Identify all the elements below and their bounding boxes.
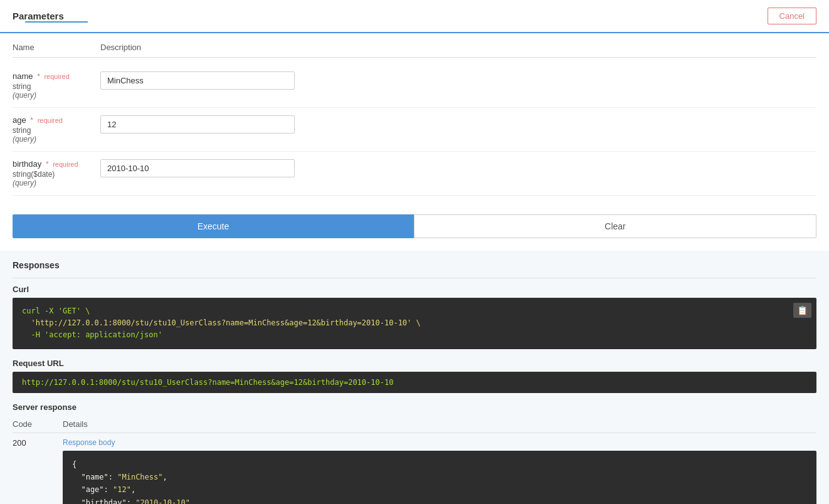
curl-line2: 'http://127.0.0.1:8000/stu/stu10_UserCla… xyxy=(22,318,421,327)
execute-button[interactable]: Execute xyxy=(13,214,414,238)
param-name-label: name xyxy=(13,71,33,81)
required-star-birthday: * xyxy=(46,160,49,169)
response-age-value: "12" xyxy=(113,485,131,494)
param-source-birthday: (query) xyxy=(13,179,94,187)
required-text-age: required xyxy=(38,117,63,124)
curl-line3: -H 'accept: application/json' xyxy=(22,330,162,339)
response-body-code-block: { "name": "MinChess", "age": "12", "birt… xyxy=(63,451,816,504)
param-row-age: age * required string (query) xyxy=(13,108,816,152)
response-name-value: "MinChess" xyxy=(117,473,162,481)
curl-code-block: curl -X 'GET' \ 'http://127.0.0.1:8000/s… xyxy=(13,298,816,349)
description-col-header: Description xyxy=(100,43,816,52)
clear-button[interactable]: Clear xyxy=(414,214,816,238)
required-star-name: * xyxy=(37,72,40,81)
response-body-label: Response body xyxy=(63,438,816,447)
request-url-label: Request URL xyxy=(13,359,816,368)
param-name-birthday-label: birthday xyxy=(13,159,41,169)
details-col-header: Details xyxy=(63,419,816,429)
param-input-section-name xyxy=(100,71,816,90)
curl-block: Curl curl -X 'GET' \ 'http://127.0.0.1:8… xyxy=(13,285,816,349)
required-star-age: * xyxy=(30,116,33,125)
response-code: 200 xyxy=(13,438,63,448)
page-title: Parameters xyxy=(13,11,64,21)
response-table-header: Code Details xyxy=(13,416,816,433)
param-label-name: name * required string (query) xyxy=(13,71,100,100)
curl-copy-button[interactable]: 📋 xyxy=(793,303,811,318)
name-input[interactable] xyxy=(100,71,295,90)
page-container: Parameters Cancel Name Description name … xyxy=(0,0,829,504)
response-birthday-key: "birthday": xyxy=(72,498,135,504)
required-text-name: required xyxy=(44,73,69,80)
name-col-header: Name xyxy=(13,43,100,52)
param-type-birthday: string($date) xyxy=(13,170,94,179)
server-response-title: Server response xyxy=(13,402,816,412)
param-source-age: (query) xyxy=(13,135,94,144)
response-age-key: "age": xyxy=(72,485,113,494)
responses-section: Responses Curl curl -X 'GET' \ 'http://1… xyxy=(0,251,829,504)
responses-title: Responses xyxy=(13,260,816,270)
param-input-section-birthday xyxy=(100,159,816,177)
param-source-name: (query) xyxy=(13,91,94,100)
cancel-button[interactable]: Cancel xyxy=(768,8,816,24)
action-section: Execute Clear xyxy=(0,208,829,251)
required-text-birthday: required xyxy=(53,160,78,168)
action-buttons: Execute Clear xyxy=(13,214,816,238)
curl-line1: curl -X 'GET' \ xyxy=(22,307,90,315)
param-input-section-age xyxy=(100,115,816,134)
header: Parameters Cancel xyxy=(0,0,829,33)
param-label-birthday: birthday * required string($date) (query… xyxy=(13,159,100,187)
header-underline xyxy=(25,21,88,23)
parameters-section: Name Description name * required string … xyxy=(0,33,829,208)
param-row-name: name * required string (query) xyxy=(13,64,816,108)
param-row-birthday: birthday * required string($date) (query… xyxy=(13,152,816,196)
request-url-block: Request URL http://127.0.0.1:8000/stu/st… xyxy=(13,359,816,393)
response-brace-open: { xyxy=(72,460,77,469)
param-type-age: string xyxy=(13,126,94,135)
response-details: Response body { "name": "MinChess", "age… xyxy=(63,438,816,504)
server-response-block: Server response Code Details 200 Respons… xyxy=(13,402,816,504)
responses-divider xyxy=(13,278,816,278)
param-type-name: string xyxy=(13,82,94,91)
age-input[interactable] xyxy=(100,115,295,134)
response-name-key: "name": xyxy=(72,473,117,481)
curl-label: Curl xyxy=(13,285,816,294)
request-url-value: http://127.0.0.1:8000/stu/stu10_UserClas… xyxy=(13,372,816,393)
param-name-age-label: age xyxy=(13,115,26,125)
params-table-header: Name Description xyxy=(13,43,816,58)
param-label-age: age * required string (query) xyxy=(13,115,100,144)
response-birthday-value: "2010-10-10" xyxy=(135,498,190,504)
response-table-row: 200 Response body { "name": "MinChess", … xyxy=(13,433,816,504)
code-col-header: Code xyxy=(13,419,63,429)
birthday-input[interactable] xyxy=(100,159,295,177)
